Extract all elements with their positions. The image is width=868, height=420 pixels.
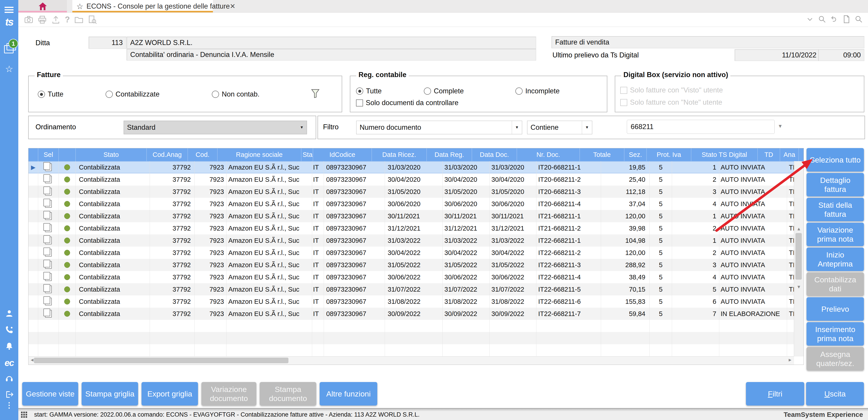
sel-cell[interactable]	[38, 186, 59, 198]
favorite-star-icon[interactable]: ☆	[76, 2, 83, 11]
ec-logo[interactable]: ec	[0, 358, 18, 368]
table-row[interactable]: Contabilizzata377927923Amazon EU S.Ã r.l…	[29, 283, 794, 295]
dropdown-arrow-icon[interactable]: ▼	[582, 121, 592, 134]
filtro-field-select[interactable]: Numero documento ▼	[356, 121, 522, 134]
table-row[interactable]: Contabilizzata377927923Amazon EU S.Ã r.l…	[29, 295, 794, 308]
table-row[interactable]: Contabilizzata377927923Amazon EU S.Ã r.l…	[29, 308, 794, 320]
print-icon[interactable]	[38, 15, 47, 24]
sel-cell[interactable]	[38, 271, 59, 283]
column-header-ragione-sociale[interactable]: Ragione sociale	[217, 148, 301, 161]
column-header-td[interactable]: TD	[758, 148, 780, 161]
column-header-sta[interactable]: Sta	[301, 148, 313, 161]
altre-funzioni-button[interactable]: Altre funzioni	[320, 382, 377, 406]
sel-cell[interactable]	[38, 308, 59, 320]
dettaglio-fattura-button[interactable]: Dettaglio fattura	[807, 173, 864, 197]
radio-fatture-contabilizzate[interactable]: Contabilizzate	[105, 90, 160, 98]
filtro-value-input[interactable]: 668211	[627, 120, 775, 134]
column-header-cod-anag[interactable]: Cod.Anag	[147, 148, 188, 161]
checkbox-solo-documenti[interactable]: Solo documenti da controllare	[356, 99, 458, 107]
help-icon[interactable]: ?	[65, 15, 70, 24]
filtri-button[interactable]: Filtri	[746, 382, 804, 406]
regime-field[interactable]: Contabilita' ordinaria - Denuncia I.V.A.…	[127, 49, 536, 61]
radio-fatture-tutte[interactable]: Tutte	[38, 90, 64, 98]
table-row[interactable]: Contabilizzata377927923Amazon EU S.Ã r.l…	[29, 247, 794, 259]
search-small-icon[interactable]	[855, 15, 863, 24]
table-row[interactable]: Contabilizzata377927923Amazon EU S.Ã r.l…	[29, 198, 794, 210]
filtro-history-arrow-icon[interactable]: ▾	[779, 122, 782, 129]
sel-cell[interactable]	[38, 295, 59, 308]
column-header-stato[interactable]: Stato	[76, 148, 147, 161]
radio-reg-incomplete[interactable]: Incomplete	[515, 87, 560, 95]
table-row[interactable]: Contabilizzata377927923Amazon EU S.Ã r.l…	[29, 186, 794, 198]
column-header-sez-[interactable]: Sez.	[624, 148, 647, 161]
uscita-button[interactable]: Uscita	[806, 382, 864, 406]
filtro-operator-select[interactable]: Contiene ▼	[527, 121, 592, 134]
dropdown-arrow-icon[interactable]: ▼	[297, 121, 307, 134]
sel-cell[interactable]	[38, 234, 59, 247]
sel-cell[interactable]	[38, 198, 59, 210]
column-header-data-ricez-[interactable]: Data Ricez.	[372, 148, 427, 161]
vertical-scrollbar[interactable]: ▲ ▼	[794, 161, 804, 357]
sel-cell[interactable]	[38, 222, 59, 234]
scroll-left-icon[interactable]: ◄	[30, 357, 34, 363]
user-icon[interactable]	[5, 309, 13, 318]
column-header-blank[interactable]	[29, 148, 38, 161]
vertical-scroll-thumb[interactable]	[796, 233, 802, 280]
grip-dots-icon[interactable]	[21, 412, 27, 418]
column-header-ana[interactable]: Ana	[780, 148, 799, 161]
sel-cell[interactable]	[38, 210, 59, 222]
filter-funnel-icon[interactable]	[311, 89, 320, 98]
sel-cell[interactable]	[38, 283, 59, 295]
sel-cell[interactable]	[38, 247, 59, 259]
document-search-icon[interactable]	[88, 15, 97, 24]
star-icon[interactable]: ☆	[0, 64, 18, 74]
folder-icon[interactable]	[74, 15, 84, 24]
horizontal-scroll-thumb[interactable]	[34, 358, 288, 363]
invoice-type-field[interactable]: Fatture di vendita	[552, 36, 864, 49]
inserimento-prima-nota-button[interactable]: Inserimento prima nota	[807, 322, 864, 346]
column-header-sel[interactable]: Sel	[38, 148, 59, 161]
undo-icon[interactable]	[830, 15, 839, 24]
scroll-up-icon[interactable]: ▲	[794, 226, 804, 232]
column-header-data-doc-[interactable]: Data Doc.	[472, 148, 517, 161]
scroll-down-icon[interactable]: ▼	[794, 284, 804, 290]
radio-fatture-non-contab[interactable]: Non contab.	[212, 90, 259, 98]
radio-reg-tutte[interactable]: Tutte	[356, 87, 382, 95]
stampa-griglia-button[interactable]: Stampa griglia	[82, 382, 138, 406]
table-row[interactable]: ▶Contabilizzata377927923Amazon EU S.Ã r.…	[29, 161, 794, 173]
dropdown-arrow-icon[interactable]: ▼	[512, 121, 522, 134]
table-row[interactable]: Contabilizzata377927923Amazon EU S.Ã r.l…	[29, 210, 794, 222]
horizontal-scrollbar[interactable]: ◄ ►	[29, 356, 794, 365]
table-row[interactable]: Contabilizzata377927923Amazon EU S.Ã r.l…	[29, 222, 794, 234]
logout-icon[interactable]	[5, 390, 13, 399]
column-header-blank[interactable]	[59, 148, 76, 161]
search-icon[interactable]	[818, 15, 827, 24]
ditta-code-field[interactable]: 113	[89, 37, 126, 49]
headset-icon[interactable]	[5, 374, 13, 383]
seleziona-tutto-button[interactable]: Seleziona tutto	[807, 148, 864, 172]
sel-cell[interactable]	[38, 259, 59, 271]
column-header-nr-doc-[interactable]: Nr. Doc.	[517, 148, 580, 161]
camera-icon[interactable]	[24, 15, 33, 24]
table-row[interactable]: Contabilizzata377927923Amazon EU S.Ã r.l…	[29, 259, 794, 271]
column-header-idcodice[interactable]: IdCodice	[313, 148, 372, 161]
column-header-totale[interactable]: Totale	[580, 148, 624, 161]
company-name-field[interactable]: A2Z WORLD S.R.L.	[127, 37, 536, 49]
tab-econs[interactable]: ☆ ECONS - Console per la gestione delle …	[72, 0, 213, 12]
table-row[interactable]: Contabilizzata377927923Amazon EU S.Ã r.l…	[29, 271, 794, 283]
inizio-anteprima-button[interactable]: Inizio Anteprima	[807, 247, 864, 271]
chevron-down-icon[interactable]	[806, 15, 814, 24]
scroll-right-icon[interactable]: ►	[788, 357, 792, 363]
hamburger-menu-icon[interactable]	[4, 7, 13, 13]
last-pull-date-field[interactable]: 11/10/2022	[735, 49, 820, 61]
phone-icon[interactable]	[5, 326, 13, 334]
table-row[interactable]: Contabilizzata377927923Amazon EU S.Ã r.l…	[29, 234, 794, 247]
home-tab[interactable]	[18, 0, 67, 12]
export-griglia-button[interactable]: Export griglia	[142, 382, 198, 406]
gestione-viste-button[interactable]: Gestione viste	[22, 382, 78, 406]
bell-icon[interactable]	[5, 342, 13, 350]
kebab-menu-icon[interactable]: ⋮	[0, 400, 18, 410]
radio-reg-complete[interactable]: Complete	[424, 87, 464, 95]
sel-cell[interactable]	[38, 173, 59, 186]
close-tab-icon[interactable]: ✕	[230, 2, 236, 10]
